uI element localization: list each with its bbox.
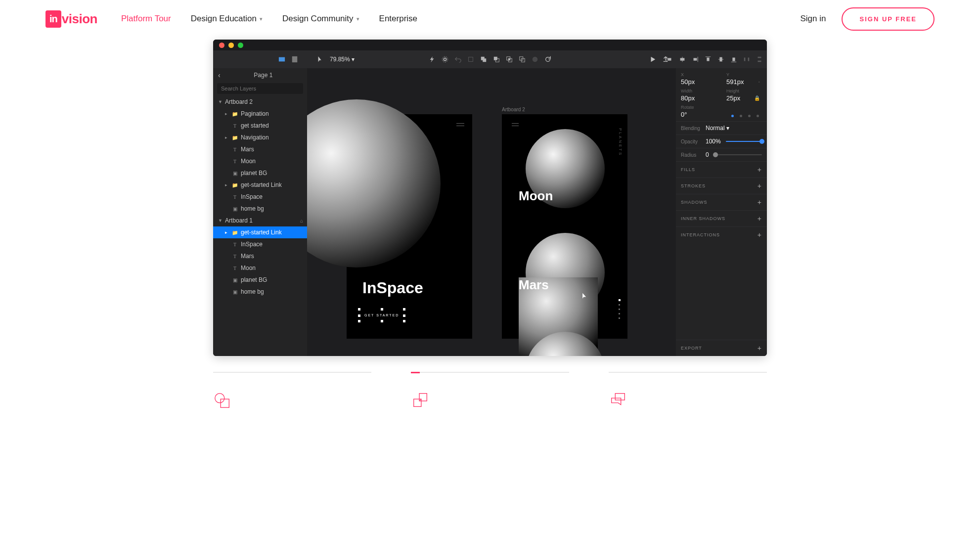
layer-row[interactable]: ▣planet BG <box>213 274 307 286</box>
artboard-label[interactable]: Artboard 2 <box>502 107 525 112</box>
difference-icon[interactable] <box>519 56 526 63</box>
nav-design-community[interactable]: Design Community ▾ <box>282 14 359 24</box>
artboard-1[interactable]: InSpace GET STARTED <box>347 114 472 339</box>
plus-icon[interactable]: + <box>757 198 762 206</box>
mask-icon[interactable] <box>532 56 538 63</box>
refresh-icon[interactable] <box>544 56 551 63</box>
signup-button[interactable]: SIGN UP FREE <box>842 7 935 31</box>
layer-row[interactable]: TMoon <box>213 262 307 274</box>
search-layers-input[interactable] <box>217 83 303 94</box>
layer-tree: ▼Artboard 2 ▸📁PaginationTget started▸📁Na… <box>213 96 307 356</box>
back-icon[interactable]: ‹ <box>218 71 221 79</box>
plus-icon[interactable]: + <box>757 215 762 222</box>
distribute-v-icon[interactable] <box>756 56 763 63</box>
align-vcenter-icon[interactable] <box>717 56 724 63</box>
distribute-h-icon[interactable] <box>743 56 750 63</box>
logo[interactable]: in vision <box>45 10 97 28</box>
inspector-section[interactable]: STROKES+ <box>676 178 767 194</box>
svg-rect-29 <box>758 57 761 58</box>
zoom-level[interactable]: 79.85% ▾ <box>330 56 355 63</box>
artboard-row[interactable]: ▼Artboard 1 ⌂ <box>213 215 307 226</box>
cursor-icon[interactable] <box>317 56 324 63</box>
size-lock-icon[interactable]: 🔒 <box>754 95 760 101</box>
inspector-section[interactable]: INTERACTIONS+ <box>676 226 767 243</box>
feature-card[interactable] <box>213 372 371 411</box>
feature-card[interactable] <box>411 372 569 411</box>
width-value[interactable]: 80px <box>681 94 713 102</box>
radius-row[interactable]: Radius 0 <box>676 148 767 161</box>
subtract-icon[interactable] <box>493 56 500 63</box>
layer-row[interactable]: TMars <box>213 143 307 155</box>
signin-link[interactable]: Sign in <box>801 14 826 24</box>
inspector-section[interactable]: INNER SHADOWS+ <box>676 210 767 226</box>
inspector-panel: X50px Y591px ◦ Width80px Height25px 🔒 Ro… <box>676 68 767 356</box>
layer-row[interactable]: ▸📁get-started Link <box>213 226 307 238</box>
align-hcenter-icon[interactable] <box>679 56 686 63</box>
nav-enterprise[interactable]: Enterprise <box>379 14 417 24</box>
align-bottom-icon[interactable] <box>730 56 737 63</box>
artboard-2[interactable]: PLANETS Moon Mars <box>502 114 627 339</box>
layer-row[interactable]: ▣planet BG <box>213 167 307 179</box>
rotate-value[interactable]: 0° <box>681 111 713 118</box>
radius-slider[interactable] <box>714 154 762 155</box>
inspector-section[interactable]: FILLS+ <box>676 161 767 178</box>
nav-design-education[interactable]: Design Education ▾ <box>191 14 263 24</box>
home-artboard-icon[interactable]: ⌂ <box>300 218 303 223</box>
opacity-slider[interactable] <box>726 141 762 142</box>
cursor-icon <box>582 293 587 300</box>
canvas[interactable]: ⌂ Artboard 1 InSpace GET STARTED Artboar… <box>307 68 676 356</box>
traffic-close-icon[interactable] <box>219 43 224 48</box>
selection-handles[interactable] <box>359 310 404 321</box>
artboard-row[interactable]: ▼Artboard 2 <box>213 96 307 108</box>
x-value[interactable]: 50px <box>681 78 713 86</box>
undo-icon[interactable] <box>454 56 461 63</box>
align-left-icon[interactable] <box>666 56 673 63</box>
opacity-row[interactable]: Opacity 100% <box>676 134 767 148</box>
library-icon[interactable] <box>278 56 285 63</box>
plus-icon[interactable]: + <box>757 231 762 239</box>
layer-row[interactable]: TMars <box>213 250 307 262</box>
intersect-icon[interactable] <box>506 56 513 63</box>
page-title[interactable]: Page 1 <box>224 72 302 79</box>
layer-row[interactable]: ▸📁get-started Link <box>213 179 307 191</box>
rotate-presets[interactable] <box>731 115 759 117</box>
components-icon <box>411 391 569 411</box>
svg-rect-26 <box>732 58 735 61</box>
layer-row[interactable]: ▸📁Navigation <box>213 132 307 143</box>
layer-row[interactable]: TInSpace <box>213 238 307 250</box>
layer-row[interactable]: TMoon <box>213 155 307 167</box>
feature-strip <box>213 372 767 411</box>
height-value[interactable]: 25px <box>726 94 758 102</box>
plus-icon[interactable]: + <box>757 182 762 190</box>
traffic-minimize-icon[interactable] <box>228 43 234 48</box>
export-section[interactable]: EXPORT+ <box>676 340 767 356</box>
logo-word: vision <box>62 11 97 27</box>
union-icon[interactable] <box>480 56 487 63</box>
bolt-icon[interactable] <box>429 56 436 63</box>
plus-icon[interactable]: + <box>757 344 762 352</box>
inspector-section[interactable]: SHADOWS+ <box>676 194 767 210</box>
y-value[interactable]: 591px <box>726 78 758 86</box>
feature-card[interactable] <box>609 372 767 411</box>
blending-row[interactable]: Blending Normal ▾ <box>676 121 767 134</box>
hamburger-icon <box>512 123 519 128</box>
layer-row[interactable]: ▣home bg <box>213 286 307 298</box>
traffic-zoom-icon[interactable] <box>238 43 243 48</box>
aspect-lock-icon[interactable]: ◦ <box>758 79 760 85</box>
layer-row[interactable]: ▸📁Pagination <box>213 108 307 120</box>
crop-icon[interactable] <box>467 56 474 63</box>
align-right-icon[interactable] <box>692 56 699 63</box>
play-icon[interactable] <box>649 56 656 63</box>
nav-platform-tour[interactable]: Platform Tour <box>121 14 171 24</box>
get-started-selected[interactable]: GET STARTED <box>361 312 402 319</box>
page-icon[interactable] <box>291 56 298 63</box>
moon-caption: Moon <box>519 188 553 204</box>
nav-label: Design Community <box>282 14 354 24</box>
layer-row[interactable]: TInSpace <box>213 191 307 203</box>
gear-icon[interactable] <box>442 56 448 63</box>
layer-row[interactable]: Tget started <box>213 120 307 132</box>
plus-icon[interactable]: + <box>757 166 762 174</box>
layer-row[interactable]: ▣home bg <box>213 203 307 215</box>
svg-rect-32 <box>221 399 229 407</box>
align-top-icon[interactable] <box>705 56 712 63</box>
